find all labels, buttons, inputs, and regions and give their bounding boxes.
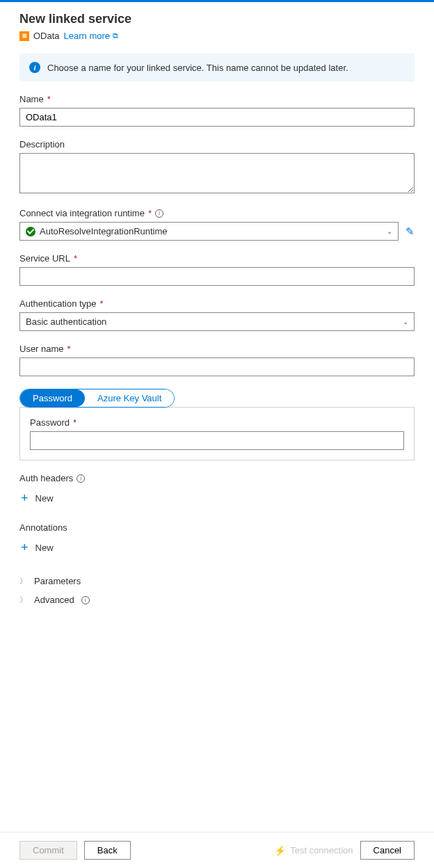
external-link-icon: ⧉	[113, 31, 118, 40]
cancel-button[interactable]: Cancel	[360, 841, 415, 860]
subtitle-row: ⊞ OData Learn more ⧉	[19, 31, 415, 41]
password-label: Password*	[30, 417, 404, 428]
learn-more-text: Learn more	[64, 31, 110, 41]
chevron-down-icon: ⌄	[387, 227, 392, 235]
service-type-label: OData	[33, 31, 60, 41]
chevron-right-icon: 〉	[19, 595, 27, 605]
plug-icon: ⚡	[274, 845, 286, 856]
add-annotation-button[interactable]: + New	[19, 536, 55, 559]
tab-azure-key-vault[interactable]: Azure Key Vault	[85, 389, 174, 407]
runtime-label: Connect via integration runtime* i	[19, 208, 415, 218]
info-help-icon[interactable]: i	[77, 474, 85, 483]
footer-bar: Commit Back ⚡ Test connection Cancel	[0, 832, 434, 868]
plus-icon: +	[21, 491, 29, 506]
chevron-right-icon: 〉	[19, 576, 27, 586]
check-circle-icon	[26, 227, 35, 236]
required-asterisk: *	[74, 253, 77, 264]
runtime-field-group: Connect via integration runtime* i AutoR…	[19, 208, 415, 241]
username-field-group: User name*	[19, 344, 415, 376]
parameters-label: Parameters	[34, 576, 81, 586]
info-message: Choose a name for your linked service. T…	[47, 63, 348, 73]
service-url-label: Service URL*	[19, 253, 415, 264]
annotations-section: Annotations + New	[19, 522, 415, 559]
required-asterisk: *	[148, 208, 152, 218]
parameters-expander[interactable]: 〉 Parameters	[19, 572, 415, 590]
required-asterisk: *	[100, 298, 104, 309]
description-input[interactable]	[19, 153, 415, 193]
annotations-label: Annotations	[19, 522, 415, 533]
password-panel: Password*	[19, 407, 415, 460]
advanced-expander[interactable]: 〉 Advanced i	[19, 590, 415, 609]
password-input[interactable]	[30, 431, 404, 450]
password-source-tabs: Password Azure Key Vault	[19, 389, 175, 408]
auth-type-field-group: Authentication type* Basic authenticatio…	[19, 298, 415, 331]
info-icon: i	[29, 62, 40, 73]
info-help-icon[interactable]: i	[81, 596, 90, 604]
tab-password[interactable]: Password	[20, 389, 85, 407]
auth-type-select[interactable]: Basic authentication ⌄	[19, 312, 415, 331]
new-button-label: New	[35, 493, 54, 504]
add-auth-header-button[interactable]: + New	[19, 487, 55, 510]
service-url-field-group: Service URL*	[19, 253, 415, 286]
auth-headers-label: Auth headers i	[19, 473, 415, 483]
required-asterisk: *	[67, 344, 71, 354]
required-asterisk: *	[73, 417, 77, 428]
description-label: Description	[19, 139, 415, 150]
service-url-input[interactable]	[19, 267, 415, 286]
auth-headers-section: Auth headers i + New	[19, 473, 415, 510]
auth-type-label: Authentication type*	[19, 298, 415, 309]
form-content: New linked service ⊞ OData Learn more ⧉ …	[0, 2, 434, 832]
chevron-down-icon: ⌄	[403, 318, 408, 326]
advanced-label: Advanced	[34, 595, 74, 605]
description-field-group: Description	[19, 139, 415, 195]
edit-pencil-icon[interactable]: ✎	[405, 225, 415, 238]
commit-button[interactable]: Commit	[19, 841, 77, 860]
page-title: New linked service	[19, 12, 415, 26]
plus-icon: +	[21, 540, 29, 555]
new-button-label: New	[35, 542, 54, 553]
odata-icon: ⊞	[19, 31, 29, 41]
back-button[interactable]: Back	[84, 841, 131, 860]
info-banner: i Choose a name for your linked service.…	[19, 54, 415, 81]
learn-more-link[interactable]: Learn more ⧉	[64, 31, 118, 41]
username-label: User name*	[19, 344, 415, 354]
runtime-row: AutoResolveIntegrationRuntime ⌄ ✎	[19, 222, 415, 241]
name-field-group: Name*	[19, 94, 415, 127]
required-asterisk: *	[47, 94, 51, 104]
info-help-icon[interactable]: i	[155, 209, 163, 218]
password-section: Password Azure Key Vault Password*	[19, 389, 415, 460]
runtime-value: AutoResolveIntegrationRuntime	[40, 226, 168, 236]
runtime-select[interactable]: AutoResolveIntegrationRuntime ⌄	[19, 222, 399, 241]
test-connection-button[interactable]: ⚡ Test connection	[274, 845, 353, 856]
test-connection-label: Test connection	[290, 845, 353, 855]
name-input[interactable]	[19, 108, 415, 127]
auth-type-value: Basic authentication	[26, 316, 106, 327]
username-input[interactable]	[19, 357, 415, 376]
name-label: Name*	[19, 94, 415, 104]
